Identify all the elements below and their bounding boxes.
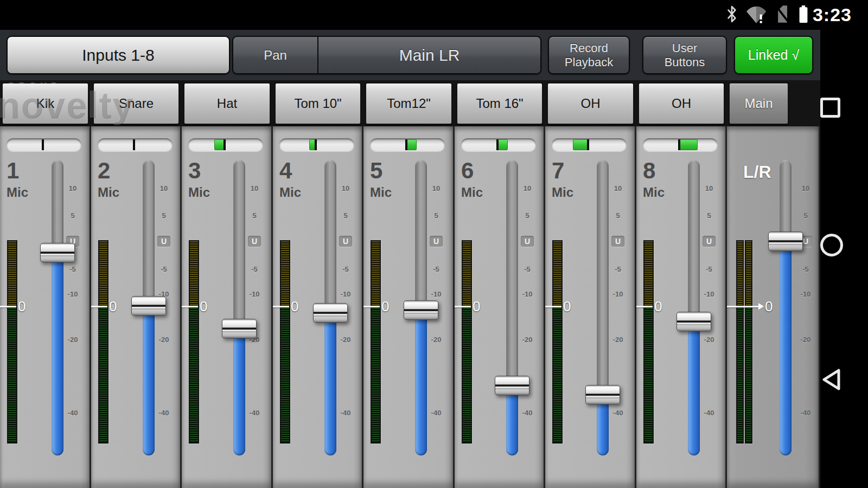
channel-number: 6 (461, 158, 474, 184)
level-meter (462, 240, 472, 444)
scale-mark: -10 (516, 290, 538, 298)
pan-slider[interactable] (370, 138, 445, 151)
pan-slider[interactable] (279, 138, 354, 151)
meter-upper-zone (372, 241, 380, 308)
fader-track-upper[interactable] (415, 160, 427, 310)
fader-handle[interactable] (222, 319, 257, 338)
meter-zero-label: 0 (381, 298, 389, 315)
scale-mark: 10 (425, 184, 447, 192)
channel-select-button[interactable]: OH (639, 83, 724, 124)
fader-handle[interactable] (404, 300, 438, 320)
scale-mark: 5 (425, 211, 447, 220)
pan-center-tick (678, 139, 680, 150)
status-clock: 3:23 (813, 4, 852, 25)
level-meter (745, 240, 752, 444)
fader-track-lower[interactable] (52, 253, 63, 455)
status-icons (726, 0, 809, 30)
back-button[interactable] (820, 367, 868, 392)
scale-mark: -40 (153, 409, 175, 417)
meter-zero-line (91, 306, 107, 307)
channel-strip: 1 Mic 0 U 105-5-10-20-40 (0, 126, 91, 488)
meter-zero-line (636, 306, 653, 307)
channel-number: 1 (7, 158, 19, 184)
scale-mark: -40 (244, 409, 265, 417)
level-meter (552, 240, 563, 444)
channel-strip: 2 Mic 0 U 105-5-10-20-40 (91, 126, 182, 488)
meter-lower-zone (737, 308, 743, 442)
meter-upper-zone (99, 241, 107, 308)
channel-select-button[interactable]: OH (547, 83, 634, 124)
fader-handle[interactable] (768, 232, 803, 251)
pan-slider[interactable] (7, 138, 81, 151)
fader-handle[interactable] (585, 385, 620, 404)
channel-select-button[interactable]: Hat (184, 83, 270, 124)
fader-track-upper[interactable] (143, 160, 155, 306)
scale-mark: -40 (425, 409, 447, 417)
scale-mark: -20 (795, 336, 816, 344)
level-meter (189, 240, 199, 444)
pan-center-tick (587, 139, 589, 150)
home-button[interactable] (820, 234, 868, 256)
channel-select-button[interactable]: Kik (2, 83, 88, 124)
pan-slider[interactable] (188, 138, 263, 151)
user-buttons-button[interactable]: User Buttons (642, 36, 727, 74)
channel-select-button[interactable]: Tom 16" (457, 83, 542, 124)
meter-upper-zone (463, 241, 471, 308)
meter-upper-zone (8, 241, 16, 308)
scale-mark: -20 (62, 336, 84, 344)
channel-select-button[interactable]: Snare (93, 83, 179, 124)
level-meter (7, 240, 17, 444)
fader-handle[interactable] (131, 296, 166, 316)
scale-mark: -5 (607, 265, 629, 273)
channel-number: 4 (279, 158, 292, 184)
fader-track-upper[interactable] (780, 160, 792, 241)
android-nav-bar (820, 30, 868, 488)
channel-source-label: Mic (98, 185, 119, 200)
main-lr-button[interactable]: Main LR (318, 37, 540, 73)
fader-track-lower[interactable] (324, 313, 336, 455)
meter-zero-label: 0 (765, 298, 773, 315)
pan-slider[interactable] (643, 138, 718, 151)
fader-track-lower[interactable] (506, 386, 518, 455)
fader-track-lower[interactable] (780, 241, 792, 455)
recents-square-icon (820, 98, 840, 118)
pan-center-tick (496, 139, 499, 150)
channel-number: 5 (370, 158, 382, 184)
scale-mark: 5 (62, 211, 84, 220)
pan-slider[interactable] (552, 138, 627, 151)
scale-mark: -10 (62, 290, 84, 298)
meter-zero-line (182, 306, 198, 307)
pan-center-tick (315, 139, 317, 150)
channel-source-label: Mic (643, 185, 665, 200)
fader-handle[interactable] (676, 312, 711, 331)
pan-slider[interactable] (98, 138, 173, 151)
pan-mainlr-button-group: Pan Main LR (232, 36, 541, 74)
record-playback-button[interactable]: Record Playback (548, 36, 630, 74)
fader-handle[interactable] (40, 243, 75, 262)
main-strip: L/R 0 U 105-5-10-20-40 (727, 126, 820, 488)
channel-select-button[interactable]: Tom 10" (275, 83, 361, 124)
scale-mark: -10 (244, 290, 265, 298)
fader-handle[interactable] (495, 376, 529, 395)
meter-zero-label: 0 (473, 298, 480, 315)
fader-track-upper[interactable] (52, 160, 63, 253)
fader-track-lower[interactable] (233, 329, 245, 455)
scale-mark: 10 (153, 184, 175, 192)
scale-mark: 10 (607, 184, 629, 192)
meter-zero-line (545, 306, 561, 307)
pan-button[interactable]: Pan (233, 37, 318, 73)
fader-track-lower[interactable] (415, 310, 427, 455)
meter-lower-zone (372, 308, 380, 442)
pan-slider[interactable] (461, 138, 536, 151)
main-select-button[interactable]: Main (729, 83, 788, 124)
fader-handle[interactable] (313, 303, 348, 323)
linked-toggle-button[interactable]: Linked √ (734, 36, 813, 74)
scale-mark: 10 (244, 184, 265, 192)
channel-strip: 6 Mic 0 U 105-5-10-20-40 (455, 126, 545, 488)
fader-track-lower[interactable] (143, 306, 155, 455)
recents-button[interactable] (820, 97, 868, 118)
unity-gain-badge: U (157, 236, 170, 247)
fader-track-upper[interactable] (597, 160, 609, 395)
inputs-1-8-button[interactable]: Inputs 1-8 (7, 36, 230, 74)
channel-select-button[interactable]: Tom12" (366, 83, 452, 124)
